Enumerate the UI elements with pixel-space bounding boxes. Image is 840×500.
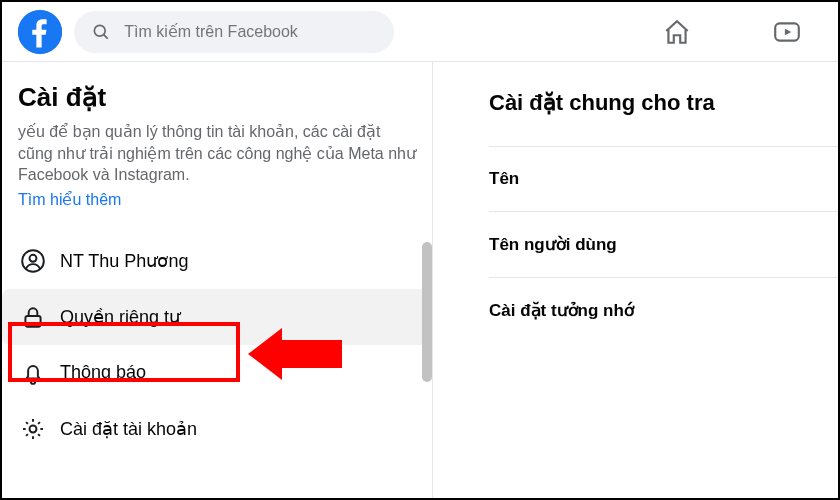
svg-line-2 xyxy=(104,34,108,38)
sidebar-item-profile[interactable]: NT Thu Phương xyxy=(2,233,432,289)
profile-icon xyxy=(20,248,46,274)
home-icon[interactable] xyxy=(662,17,692,47)
watch-icon[interactable] xyxy=(772,17,802,47)
facebook-logo[interactable] xyxy=(18,10,62,54)
svg-point-5 xyxy=(30,255,37,262)
sidebar-item-account-settings[interactable]: Cài đặt tài khoản xyxy=(2,401,432,457)
gear-icon xyxy=(20,416,46,442)
setting-row-username[interactable]: Tên người dùng xyxy=(489,211,838,277)
setting-row-memorialization[interactable]: Cài đặt tưởng nhớ xyxy=(489,277,838,343)
lock-icon xyxy=(20,304,46,330)
svg-rect-6 xyxy=(25,316,40,327)
sidebar-item-label: Thông báo xyxy=(60,362,146,383)
sidebar-item-privacy[interactable]: Quyền riêng tư xyxy=(2,289,432,345)
tutorial-arrow-icon xyxy=(248,328,342,380)
sidebar-item-label: NT Thu Phương xyxy=(60,250,188,272)
setting-row-name[interactable]: Tên xyxy=(489,146,838,211)
sidebar-item-label: Cài đặt tài khoản xyxy=(60,418,197,440)
sidebar-item-notifications[interactable]: Thông báo xyxy=(2,345,432,401)
learn-more-link[interactable]: Tìm hiểu thêm xyxy=(18,190,121,209)
page-title: Cài đặt xyxy=(18,82,416,113)
svg-point-1 xyxy=(94,25,105,36)
top-bar xyxy=(2,2,838,62)
scrollbar[interactable] xyxy=(422,242,432,382)
svg-point-7 xyxy=(30,425,37,432)
settings-menu: NT Thu Phương Quyền riêng tư Thông báo C… xyxy=(2,233,432,457)
sidebar-item-label: Quyền riêng tư xyxy=(60,306,180,328)
main-panel: Cài đặt chung cho tra Tên Tên người dùng… xyxy=(432,62,838,498)
settings-sidebar: Cài đặt yếu để bạn quản lý thông tin tài… xyxy=(2,62,432,498)
search-box[interactable] xyxy=(74,11,394,53)
bell-icon xyxy=(20,360,46,386)
settings-description: yếu để bạn quản lý thông tin tài khoản, … xyxy=(18,121,416,186)
search-icon xyxy=(88,17,114,47)
search-input[interactable] xyxy=(124,23,380,41)
main-heading: Cài đặt chung cho tra xyxy=(489,90,838,116)
